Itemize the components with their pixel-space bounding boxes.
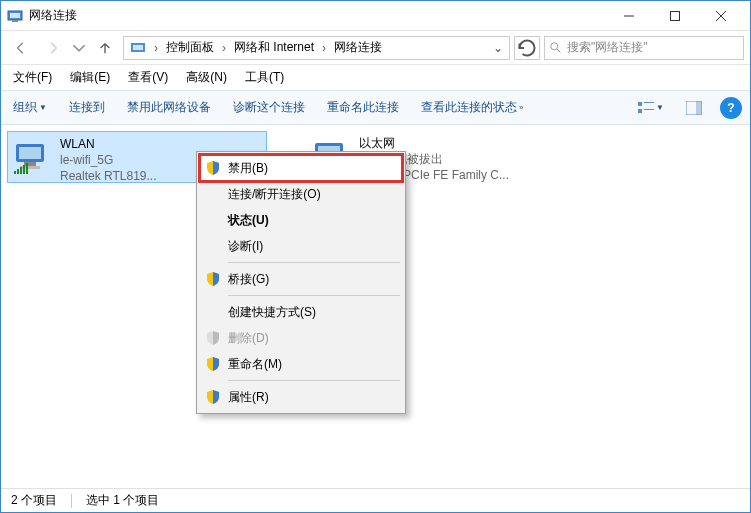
path-dropdown[interactable]: ⌄ (489, 41, 507, 55)
svg-rect-8 (133, 45, 143, 50)
tb-diagnose[interactable]: 诊断这个连接 (229, 95, 309, 120)
tb-preview-pane[interactable] (682, 97, 706, 119)
svg-rect-25 (26, 163, 28, 174)
back-button[interactable] (7, 34, 35, 62)
tb-disable-device[interactable]: 禁用此网络设备 (123, 95, 215, 120)
crumb-network-connections[interactable]: 网络连接 (330, 37, 386, 59)
selected-count: 选中 1 个项目 (86, 492, 159, 509)
svg-rect-24 (23, 165, 25, 174)
adapter-ssid: le-wifi_5G (60, 152, 157, 168)
ctx-bridge[interactable]: 桥接(G) (200, 266, 402, 292)
item-count: 2 个项目 (11, 492, 57, 509)
chevron-right-icon[interactable]: › (150, 41, 162, 55)
window-title: 网络连接 (29, 7, 606, 24)
ctx-properties[interactable]: 属性(R) (200, 384, 402, 410)
status-bar: 2 个项目 选中 1 个项目 (1, 488, 750, 512)
up-button[interactable] (91, 34, 119, 62)
ctx-rename[interactable]: 重命名(M) (200, 351, 402, 377)
recent-dropdown[interactable] (71, 34, 87, 62)
svg-rect-11 (638, 102, 642, 106)
svg-line-10 (557, 48, 561, 52)
separator (228, 262, 400, 263)
menu-edit[interactable]: 编辑(E) (64, 66, 116, 89)
chevron-right-icon[interactable]: › (318, 41, 330, 55)
menu-file[interactable]: 文件(F) (7, 66, 58, 89)
menu-bar: 文件(F) 编辑(E) 查看(V) 高级(N) 工具(T) (1, 65, 750, 91)
svg-point-9 (551, 42, 558, 49)
separator (71, 494, 72, 508)
minimize-button[interactable] (606, 1, 652, 31)
tb-connect-to[interactable]: 连接到 (65, 95, 109, 120)
maximize-button[interactable] (652, 1, 698, 31)
shield-icon (205, 160, 221, 176)
separator (228, 295, 400, 296)
address-bar: › 控制面板 › 网络和 Internet › 网络连接 ⌄ 搜索"网络连接" (1, 31, 750, 65)
context-menu: 禁用(B) 连接/断开连接(O) 状态(U) 诊断(I) 桥接(G) 创建快捷方… (196, 151, 406, 414)
search-icon (549, 41, 563, 55)
path-icon (130, 40, 146, 56)
close-button[interactable] (698, 1, 744, 31)
shield-icon (205, 330, 221, 346)
svg-rect-21 (14, 171, 16, 174)
svg-rect-14 (644, 109, 654, 110)
ctx-status[interactable]: 状态(U) (200, 207, 402, 233)
tb-view-status[interactable]: 查看此连接的状态» (417, 95, 527, 120)
chevron-right-icon[interactable]: › (218, 41, 230, 55)
svg-rect-1 (10, 13, 20, 18)
forward-button[interactable] (39, 34, 67, 62)
tb-organize[interactable]: 组织▼ (9, 95, 51, 120)
crumb-network-internet[interactable]: 网络和 Internet (230, 37, 318, 59)
ctx-delete: 删除(D) (200, 325, 402, 351)
menu-tools[interactable]: 工具(T) (239, 66, 290, 89)
wlan-icon (12, 136, 54, 178)
svg-rect-16 (696, 101, 702, 115)
ctx-diagnose[interactable]: 诊断(I) (200, 233, 402, 259)
adapter-device: Realtek RTL819... (60, 168, 157, 184)
ctx-connect[interactable]: 连接/断开连接(O) (200, 181, 402, 207)
adapter-name: WLAN (60, 136, 157, 152)
shield-icon (205, 271, 221, 287)
svg-rect-19 (24, 162, 36, 166)
svg-rect-2 (12, 20, 18, 22)
search-input[interactable]: 搜索"网络连接" (544, 36, 744, 60)
shield-icon (205, 389, 221, 405)
svg-rect-23 (20, 167, 22, 174)
app-icon (7, 8, 23, 24)
shield-icon (205, 356, 221, 372)
search-placeholder: 搜索"网络连接" (567, 39, 648, 56)
svg-rect-18 (19, 147, 41, 159)
separator (228, 380, 400, 381)
svg-rect-22 (17, 169, 19, 174)
ctx-disable[interactable]: 禁用(B) (200, 155, 402, 181)
crumb-control-panel[interactable]: 控制面板 (162, 37, 218, 59)
adapter-name: 以太网 (359, 135, 509, 151)
svg-rect-4 (671, 11, 680, 20)
ctx-shortcut[interactable]: 创建快捷方式(S) (200, 299, 402, 325)
tb-view-options[interactable]: ▼ (634, 97, 668, 119)
refresh-button[interactable] (514, 36, 540, 60)
svg-rect-13 (638, 109, 642, 113)
tb-rename[interactable]: 重命名此连接 (323, 95, 403, 120)
title-bar: 网络连接 (1, 1, 750, 31)
help-button[interactable]: ? (720, 97, 742, 119)
menu-view[interactable]: 查看(V) (122, 66, 174, 89)
menu-advanced[interactable]: 高级(N) (180, 66, 233, 89)
breadcrumb-path[interactable]: › 控制面板 › 网络和 Internet › 网络连接 ⌄ (123, 36, 510, 60)
svg-rect-12 (644, 102, 654, 103)
command-bar: 组织▼ 连接到 禁用此网络设备 诊断这个连接 重命名此连接 查看此连接的状态» … (1, 91, 750, 125)
